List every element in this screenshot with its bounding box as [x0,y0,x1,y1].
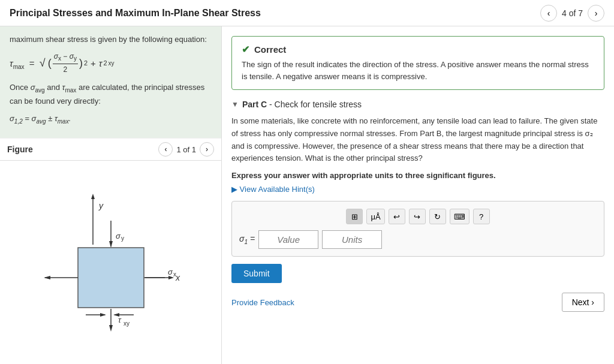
part-c-header[interactable]: ▼ Part C - Check for tensile stress [231,100,604,109]
figure-count: 1 of 1 [176,145,196,154]
correct-header: ✔ Correct [242,44,594,55]
toolbar-undo-btn[interactable]: ↩ [389,209,405,224]
figure-title: Figure [7,145,33,154]
page-title: Principal Stresses and Maximum In-Plane … [10,8,261,19]
correct-text: The sign of the result indicates the dir… [242,59,594,82]
toolbar-refresh-btn[interactable]: ↻ [429,209,446,224]
submit-button[interactable]: Submit [231,264,282,283]
svg-text:σ: σ [168,267,173,276]
correct-banner: ✔ Correct The sign of the result indicat… [231,36,604,90]
right-footer: Provide Feedback Next › [231,293,604,312]
part-c-collapse-icon: ▼ [231,100,239,109]
svg-text:y: y [98,201,104,210]
answer-box: ⊞ μÅ ↩ ↪ ↻ ⌨ ? σ1 = [231,201,604,257]
units-input[interactable] [322,230,382,249]
next-button[interactable]: Next › [562,293,604,312]
formula-tmax: τmax = √ ( σx − σy 2 )2 + τ2xy [10,51,212,76]
svg-marker-22 [100,313,106,317]
svg-text:y: y [121,235,124,242]
value-input[interactable] [258,230,318,249]
feedback-link[interactable]: Provide Feedback [231,298,294,307]
input-row: σ1 = [239,230,597,249]
svg-marker-17 [44,276,50,279]
right-panel: ✔ Correct The sign of the result indicat… [222,26,614,364]
figure-prev-button[interactable]: ‹ [158,142,173,157]
answer-instruction: Express your answer with appropriate uni… [231,171,604,180]
prev-button[interactable]: ‹ [540,5,557,22]
svg-marker-8 [109,241,113,248]
math-toolbar: ⊞ μÅ ↩ ↪ ↻ ⌨ ? [239,209,597,224]
part-c-body: In some materials, like concrete with no… [231,115,604,165]
svg-text:σ: σ [116,231,121,240]
next-nav-button[interactable]: › [588,5,604,22]
correct-label: Correct [254,44,286,55]
figure-section: Figure ‹ 1 of 1 › y x [0,139,221,364]
part-c-section: ▼ Part C - Check for tensile stress In s… [231,100,604,283]
toolbar-redo-btn[interactable]: ↪ [409,209,426,224]
hint-link[interactable]: ▶ View Available Hint(s) [231,185,604,194]
theory-line1: maximum shear stress is given by the fol… [10,34,212,46]
toolbar-keyboard-btn[interactable]: ⌨ [450,209,469,224]
header-navigation: ‹ 4 of 7 › [540,5,604,22]
stress-diagram: y x σ y [33,191,189,335]
figure-header: Figure ‹ 1 of 1 › [0,139,221,161]
header: Principal Stresses and Maximum In-Plane … [0,0,614,26]
svg-text:xy: xy [124,320,130,327]
svg-marker-1 [91,194,95,199]
toolbar-symbol-btn[interactable]: μÅ [366,209,384,224]
formula-sigma12: σ1,2 = σavg ± τmax. [10,113,212,127]
svg-text:x: x [173,271,176,278]
figure-canvas: y x σ y [0,161,221,364]
theory-section: maximum shear stress is given by the fol… [0,26,221,139]
theory-line2: Once σavg and τmax are calculated, the p… [10,82,212,107]
nav-count: 4 of 7 [562,8,583,18]
toolbar-grid-btn[interactable]: ⊞ [346,209,363,224]
svg-rect-6 [78,248,144,308]
check-icon: ✔ [242,44,249,55]
left-panel: maximum shear stress is given by the fol… [0,26,222,364]
figure-nav: ‹ 1 of 1 › [158,142,214,157]
figure-next-button[interactable]: › [200,142,214,157]
svg-marker-12 [109,325,113,332]
main-layout: maximum shear stress is given by the fol… [0,26,614,364]
toolbar-help-btn[interactable]: ? [473,209,490,224]
svg-text:τ: τ [118,315,122,324]
sigma-label: σ1 = [239,234,255,245]
part-c-title: Part C - Check for tensile stress [242,100,362,109]
svg-marker-24 [113,313,119,317]
